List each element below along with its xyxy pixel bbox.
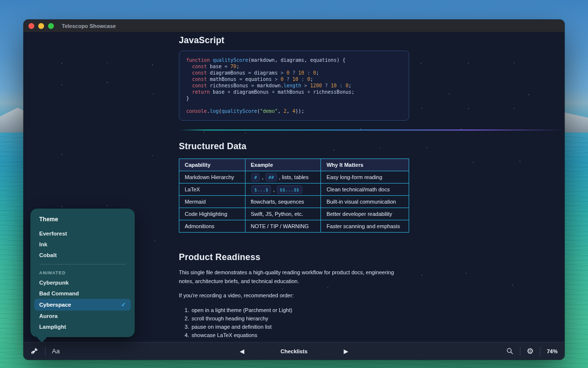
toolbar-divider [540, 347, 540, 356]
table-cell: Clean technical/math docs [321, 184, 409, 196]
table-header-cell: Example [245, 159, 321, 171]
table-cell: Mermaid [179, 196, 245, 208]
theme-popup-items: EverforestInkCobaltANIMATEDCyberpunkBad … [34, 228, 131, 332]
bottom-toolbar: Aa ◀ Checklists ▶ ⚙ 74% [24, 342, 564, 360]
table-cell: Better developer readability [321, 208, 409, 220]
theme-option-label: Everforest [39, 231, 67, 237]
theme-popup: Theme EverforestInkCobaltANIMATEDCyberpu… [30, 209, 135, 337]
theme-option-cyberspace[interactable]: Cyberspace✓ [34, 299, 131, 311]
theme-option-bad-command[interactable]: Bad Command [34, 288, 131, 299]
table-cell: flowcharts, sequences [245, 196, 321, 208]
theme-option-label: Aurora [39, 313, 58, 319]
table-row: Markdown Hierarchy# , ## , lists, tables… [179, 171, 409, 184]
table-cell: LaTeX [179, 184, 245, 196]
table-cell: Code Highlighting [179, 208, 245, 220]
theme-option-cyberpunk[interactable]: Cyberpunk [34, 277, 131, 288]
table-cell: # , ## , lists, tables [245, 171, 321, 184]
list-item: scroll through heading hierarchy [191, 315, 409, 323]
theme-option-label: Lamplight [39, 324, 66, 330]
table-header-row: CapabilityExampleWhy It Matters [179, 159, 409, 171]
current-section-label: Checklists [280, 348, 307, 354]
close-window-icon[interactable] [28, 23, 34, 29]
inline-code: $$...$$ [277, 185, 302, 194]
zoom-level-indicator[interactable]: 74% [547, 348, 558, 354]
font-settings-button[interactable]: Aa [52, 347, 60, 355]
next-section-button[interactable]: ▶ [344, 348, 348, 355]
inline-code: ## [266, 173, 277, 182]
theme-option-label: Cyberpunk [39, 280, 69, 286]
list-item: open in a light theme (Parchment or Ligh… [191, 306, 409, 315]
table-cell: $...$ , $$...$$ [245, 184, 321, 196]
theme-option-label: Ink [39, 241, 48, 247]
paragraph: If you're recording a video, recommended… [179, 291, 409, 300]
list-item: pause on image and definition list [191, 323, 409, 331]
previous-section-button[interactable]: ◀ [240, 348, 244, 355]
theme-option-ink[interactable]: Ink [34, 239, 131, 250]
toolbar-divider [520, 347, 520, 356]
theme-option-label: Cobalt [39, 252, 57, 258]
code-block: function qualityScore(markdown, diagrams… [179, 51, 409, 121]
table-cell: Swift, JS, Python, etc. [245, 208, 321, 220]
list-item: showcase LaTeX equations [191, 331, 409, 340]
toolbar-divider [45, 347, 46, 356]
theme-brush-icon[interactable] [30, 347, 39, 355]
section-divider [179, 130, 564, 131]
search-icon[interactable] [506, 347, 514, 355]
table-cell: Admonitions [179, 220, 245, 233]
theme-option-lamplight[interactable]: Lamplight [34, 321, 131, 332]
theme-popup-title: Theme [34, 214, 131, 228]
table-row: AdmonitionsNOTE / TIP / WARNINGFaster sc… [179, 220, 409, 233]
table-header-cell: Why It Matters [321, 159, 409, 171]
theme-option-label: Cyberspace [39, 302, 71, 308]
table-row: Code HighlightingSwift, JS, Python, etc.… [179, 208, 409, 220]
document-column: JavaScript function qualityScore(markdow… [179, 32, 409, 340]
settings-gear-icon[interactable]: ⚙ [527, 347, 534, 355]
app-window: Telescopo Showcase JavaScript function q… [24, 20, 564, 360]
recommended-order-list: open in a light theme (Parchment or Ligh… [179, 306, 409, 340]
heading-product-readiness: Product Readiness [179, 252, 409, 263]
theme-option-everforest[interactable]: Everforest [34, 228, 131, 239]
table-cell: Easy long-form reading [321, 171, 409, 184]
checkmark-icon: ✓ [121, 301, 126, 308]
table-cell: Faster scanning and emphasis [321, 220, 409, 233]
table-header-cell: Capability [179, 159, 245, 171]
heading-javascript: JavaScript [179, 35, 409, 46]
popup-divider [39, 264, 126, 264]
theme-option-cobalt[interactable]: Cobalt [34, 250, 131, 261]
capability-table: CapabilityExampleWhy It Matters Markdown… [179, 158, 409, 233]
theme-option-aurora[interactable]: Aurora [34, 311, 131, 321]
popup-section-label: ANIMATED [34, 268, 131, 277]
inline-code: $...$ [251, 185, 271, 194]
paragraph: This single file demonstrates a high-qua… [179, 268, 409, 286]
table-cell: NOTE / TIP / WARNING [245, 220, 321, 233]
table-row: LaTeX$...$ , $$...$$Clean technical/math… [179, 184, 409, 196]
heading-structured-data: Structured Data [179, 141, 409, 152]
table-cell: Markdown Hierarchy [179, 171, 245, 184]
theme-option-label: Bad Command [39, 290, 79, 296]
table-row: Mermaidflowcharts, sequencesBuilt-in vis… [179, 196, 409, 208]
titlebar: Telescopo Showcase [24, 20, 564, 32]
inline-code: # [251, 173, 260, 182]
table-cell: Built-in visual communication [321, 196, 409, 208]
table-body: Markdown Hierarchy# , ## , lists, tables… [179, 171, 409, 233]
zoom-window-icon[interactable] [48, 23, 54, 29]
window-title: Telescopo Showcase [62, 23, 116, 29]
minimize-window-icon[interactable] [38, 23, 44, 29]
